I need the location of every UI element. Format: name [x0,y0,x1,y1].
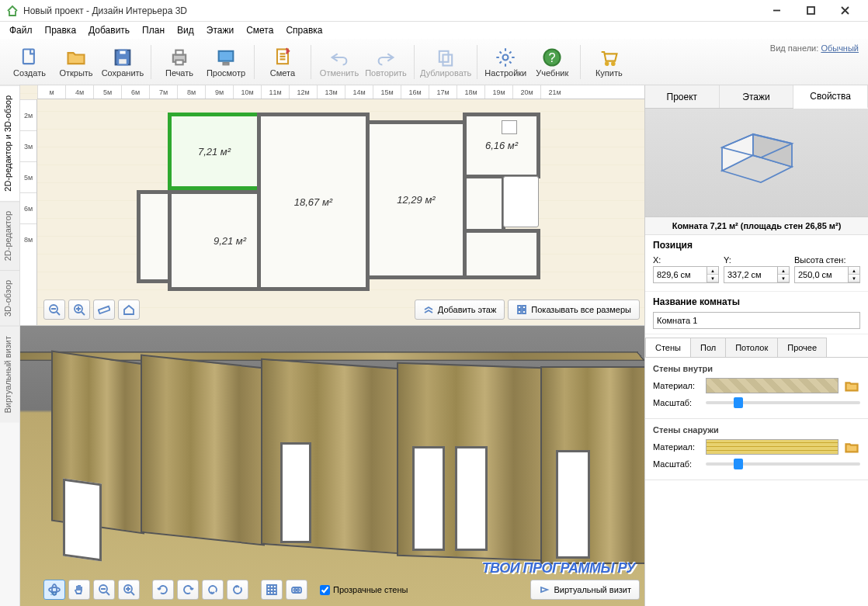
svg-point-27 [294,589,297,591]
tb-settings[interactable]: Настройки [482,41,529,83]
roomname-heading: Название комнаты [653,296,860,307]
outside-scale-slider[interactable] [706,462,860,466]
zoom-out-3d[interactable] [93,580,115,600]
pan-button[interactable] [68,580,90,600]
tb-tutorial[interactable]: ?Учебник [529,41,575,83]
svg-rect-20 [99,306,110,313]
view-2d[interactable]: м4м5м6м7м8м9м10м11м12м13м14м15м16м17м18м… [20,85,644,326]
svg-point-13 [503,54,509,60]
bathtub[interactable] [503,176,539,227]
menubar: Файл Правка Добавить План Вид Этажи Смет… [0,22,868,39]
maximize-button[interactable] [793,0,828,22]
menu-view[interactable]: Вид [171,23,200,37]
zoom-in-button[interactable] [68,300,90,320]
view-panel-mode: Вид панели: Обычный [770,43,859,53]
room-selected[interactable]: 7,21 м² [168,113,261,190]
wtab-floor[interactable]: Пол [690,338,726,357]
wtab-other[interactable]: Прочее [777,338,827,357]
room-4[interactable]: 12,29 м² [366,120,467,279]
view-panel-link[interactable]: Обычный [821,43,859,53]
zoom-in-3d[interactable] [118,580,140,600]
minimize-button[interactable] [759,0,793,22]
show-dims-button[interactable]: Показывать все размеры [508,300,640,320]
home-button[interactable] [118,300,140,320]
orbit-button[interactable]: 360 [43,580,65,600]
transparent-walls-check[interactable]: Прозрачные стены [320,585,408,595]
menu-estimate[interactable]: Смета [240,23,279,37]
close-button[interactable] [828,0,862,22]
watermark: ТВОИ ПРОГРАММЫ РУ [482,560,635,577]
left-tabs: 2D-редактор и 3D-обзор 2D-редактор 3D-об… [0,85,20,606]
svg-rect-0 [807,7,814,14]
tb-create[interactable]: Создать [6,41,53,83]
tilt-down-button[interactable] [227,580,248,600]
wtab-ceiling[interactable]: Потолок [725,338,778,357]
x-input[interactable]: ▲▼ [653,266,719,283]
rtab-properties[interactable]: Свойства [793,85,868,109]
wtab-walls[interactable]: Стены [645,338,691,357]
menu-edit[interactable]: Правка [39,23,83,37]
outside-material-swatch[interactable] [706,439,838,455]
tb-estimate[interactable]: Смета [259,41,306,83]
measure-button[interactable] [93,300,115,320]
floorplan[interactable]: 7,21 м² 9,21 м² 18,67 м² 12,29 м² 6,16 м… [137,113,556,306]
window-title: Новый проект - Дизайн Интерьера 3D [23,5,759,16]
vr-button[interactable] [286,580,307,600]
ruler-horizontal: м4м5м6м7м8м9м10м11м12м13м14м15м16м17м18м… [37,85,644,99]
lefttab-2d[interactable]: 2D-редактор [0,201,19,270]
zoom-out-button[interactable] [43,300,65,320]
lefttab-3d[interactable]: 3D-обзор [0,270,19,326]
tb-save[interactable]: Сохранить [99,41,146,83]
tb-print[interactable]: Печать [156,41,203,83]
view-3d[interactable]: ТВОИ ПРОГРАММЫ РУ 360 Прозрачные стены В… [20,326,644,606]
svg-rect-7 [175,60,182,64]
room-3[interactable]: 18,67 м² [257,113,370,291]
lefttab-virtual[interactable]: Виртуальный визит [0,326,19,423]
walls-inside-heading: Стены внутри [653,364,860,373]
walls-outside-heading: Стены снаружи [653,425,860,435]
roomname-input[interactable] [653,312,860,329]
tilt-up-button[interactable] [202,580,224,600]
ruler-vertical: 2м3м5м6м8м [20,99,37,325]
svg-rect-12 [443,54,453,65]
rotate-cw-button[interactable] [177,580,199,600]
svg-rect-11 [439,50,449,61]
tb-buy[interactable]: Купить [585,41,632,83]
room-hall[interactable] [137,190,172,283]
stove[interactable] [502,120,517,134]
svg-rect-4 [118,58,127,64]
menu-plan[interactable]: План [136,23,171,37]
inside-material-browse[interactable] [843,378,860,393]
tb-open[interactable]: Открыть [53,41,99,83]
menu-floors[interactable]: Этажи [200,23,240,37]
tb-undo[interactable]: Отменить [316,41,363,83]
menu-help[interactable]: Справка [279,23,328,37]
svg-rect-9 [224,63,229,64]
app-icon [6,5,19,17]
tb-preview[interactable]: Просмотр [203,41,249,83]
menu-add[interactable]: Добавить [82,23,136,37]
rtab-project[interactable]: Проект [645,85,720,108]
rotate-ccw-button[interactable] [152,580,174,600]
right-panel: Проект Этажи Свойства Комната 7,21 м² (п… [644,85,868,606]
room-7[interactable] [463,229,540,279]
room-6[interactable] [463,175,505,233]
tb-duplicate[interactable]: Дублировать [419,41,472,83]
room-info: Комната 7,21 м² (площадь стен 26,85 м²) [645,217,868,235]
lefttab-2d3d[interactable]: 2D-редактор и 3D-обзор [0,85,19,201]
inside-material-swatch[interactable] [706,378,838,393]
height-input[interactable]: ▲▼ [794,266,860,283]
inside-scale-slider[interactable] [706,401,860,404]
add-floor-button[interactable]: Добавить этаж [415,300,505,320]
tb-redo[interactable]: Повторить [363,41,409,83]
svg-rect-8 [219,50,234,61]
outside-material-browse[interactable] [843,439,860,455]
virtual-visit-button[interactable]: Виртуальный визит [530,580,640,600]
svg-text:360: 360 [50,591,57,596]
y-input[interactable]: ▲▼ [724,266,790,283]
rtab-floors[interactable]: Этажи [720,85,794,108]
svg-text:?: ? [549,50,556,64]
menu-file[interactable]: Файл [3,23,39,37]
grid-button[interactable] [261,580,283,600]
room-preview [645,109,868,217]
